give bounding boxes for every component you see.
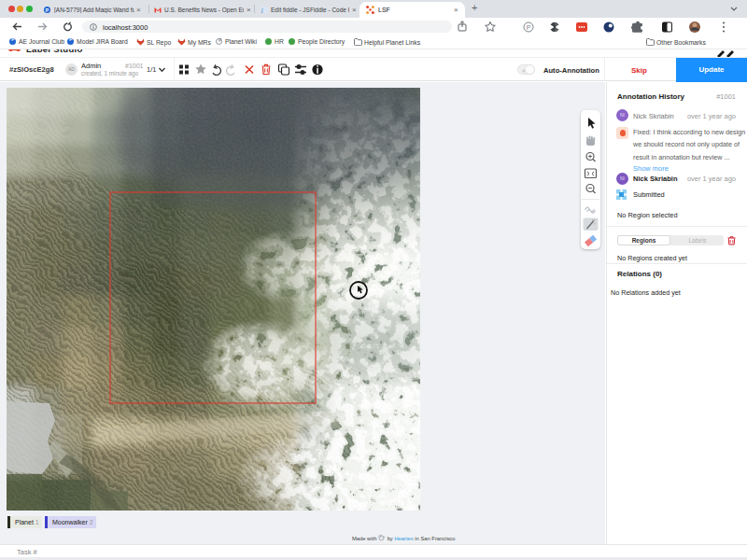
svg-text:P: P	[527, 24, 531, 31]
